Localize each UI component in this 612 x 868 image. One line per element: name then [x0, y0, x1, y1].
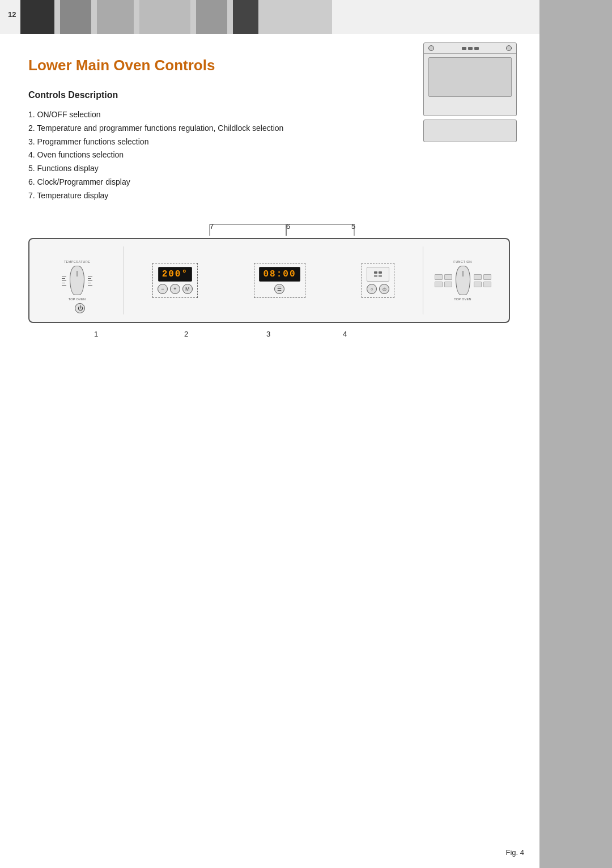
btn-menu: ☰ [274, 284, 284, 294]
oven-window [428, 57, 512, 97]
power-button: ⏻ [75, 303, 85, 313]
list-item: 5. Functions display [28, 162, 511, 176]
panel-outer: TEMPERATURE [28, 238, 510, 323]
left-knob-area [62, 266, 92, 295]
bar-block [227, 0, 233, 34]
list-item: 4. Oven functions selection [28, 148, 511, 162]
right-knob-area [435, 266, 491, 295]
dot-1 [462, 47, 466, 50]
temperature-label: TEMPERATURE [64, 260, 91, 263]
list-item: 7. Temperature display [28, 189, 511, 203]
right-sidebar [539, 0, 612, 868]
oven-top-controls [424, 43, 516, 54]
scale-right [88, 276, 92, 286]
bar-block [139, 0, 190, 34]
bar-block [258, 0, 264, 34]
btn-plus: + [170, 284, 180, 294]
bar-block [20, 0, 54, 34]
page-number: 12 [8, 10, 16, 19]
function-label: FUNCTION [453, 260, 471, 263]
oven-left-knob [428, 45, 434, 51]
section-3-group: 08:00 ☰ [254, 263, 305, 298]
dot-3 [474, 47, 479, 50]
top-bar: 12 [0, 0, 612, 34]
fig-label: Fig. 4 [505, 848, 524, 857]
bar-block [54, 0, 60, 34]
list-item: 6. Clock/Programmer display [28, 176, 511, 189]
right-knob [456, 266, 470, 295]
left-knob [70, 266, 84, 295]
section-2-dashed: 200° − + M [152, 263, 198, 298]
callout-bottom-3: 3 [266, 330, 270, 338]
control-panel-diagram: 7 6 5 TEMPERATURE [28, 238, 528, 351]
panel-right-section: FUNCTION [423, 246, 502, 314]
bar-block [134, 0, 139, 34]
section-2-group: 200° − + M [152, 263, 198, 298]
dot-2 [468, 47, 473, 50]
callout-1-area: ⏻ [75, 303, 85, 313]
bar-block [233, 0, 258, 34]
callout-bottom-4: 4 [343, 330, 347, 338]
btn-circle-right: ◎ [379, 284, 389, 294]
btn-minus: − [158, 284, 168, 294]
oven-display-dots [462, 47, 479, 50]
top-oven-right-label: TOP OVEN [454, 297, 471, 301]
temperature-display: 200° [158, 267, 192, 282]
bar-block [60, 0, 91, 34]
bar-block [190, 0, 196, 34]
clock-display: 08:00 [259, 267, 300, 282]
func-icons-left [435, 274, 452, 287]
bar-block [91, 0, 97, 34]
scale-left [62, 276, 66, 286]
oven-right-knob [506, 45, 512, 51]
panel-left-section: TEMPERATURE [36, 246, 124, 314]
oven-diagram [423, 42, 528, 142]
bar-block [196, 0, 227, 34]
status-display [367, 267, 389, 282]
main-content: Lower Main Oven Controls Controls Descri… [0, 34, 539, 868]
callout-bottom-2: 2 [184, 330, 188, 338]
section-4-buttons: ○ ◎ [367, 284, 389, 294]
btn-m: M [182, 284, 193, 294]
top-oven-left-label: TOP OVEN [69, 297, 86, 301]
func-icons-right [474, 274, 491, 287]
oven-bottom-strip [423, 120, 517, 142]
panel-middle-section: 200° − + M 08:00 ☰ [124, 246, 423, 314]
section-3-dashed: 08:00 ☰ [254, 263, 305, 298]
btn-circle-left: ○ [367, 284, 377, 294]
top-bar-blocks [20, 0, 332, 34]
bar-block [97, 0, 134, 34]
section-4-group: ○ ◎ [362, 263, 394, 298]
oven-top-unit [423, 42, 517, 116]
section-2-buttons: − + M [158, 284, 193, 294]
callout-lines-top [193, 222, 374, 238]
callout-bottom-1: 1 [94, 330, 98, 338]
section-4-dashed: ○ ◎ [362, 263, 394, 298]
bar-block [264, 0, 332, 34]
